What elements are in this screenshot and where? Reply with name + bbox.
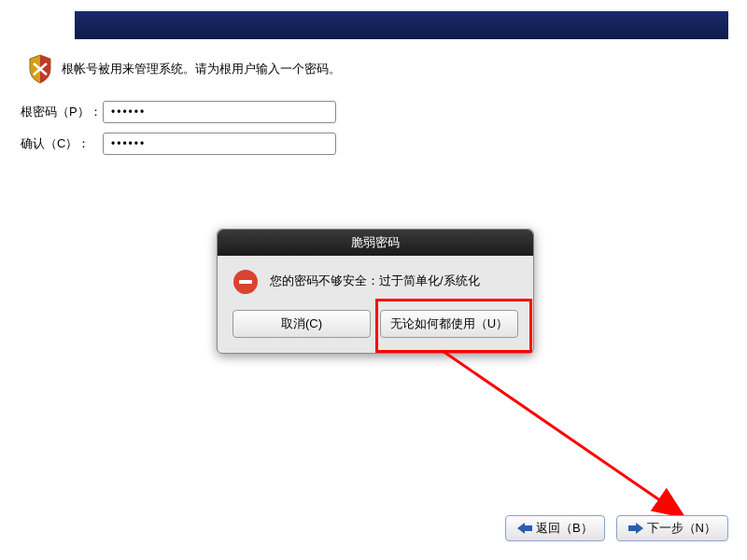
arrow-right-icon: [628, 522, 643, 535]
footer-buttons: 返回（B） 下一步（N）: [505, 515, 728, 541]
dialog-body: 您的密码不够安全：过于简单化/系统化: [218, 256, 533, 304]
header-banner: [75, 11, 728, 39]
confirm-input[interactable]: [103, 133, 336, 155]
svg-rect-1: [239, 280, 252, 284]
instruction-text: 根帐号被用来管理系统。请为根用户输入一个密码。: [62, 61, 341, 77]
password-row: 根密码（P）：: [19, 101, 336, 123]
svg-marker-4: [517, 523, 532, 534]
dialog-title: 脆弱密码: [218, 230, 533, 256]
cancel-button[interactable]: 取消(C): [233, 310, 371, 338]
use-anyway-button[interactable]: 无论如何都使用（U）: [380, 310, 518, 338]
dialog-buttons: 取消(C) 无论如何都使用（U）: [218, 304, 533, 353]
next-button[interactable]: 下一步（N）: [616, 515, 728, 541]
shield-icon: [28, 54, 52, 84]
instruction-row: 根帐号被用来管理系统。请为根用户输入一个密码。: [28, 54, 341, 84]
dialog-message: 您的密码不够安全：过于简单化/系统化: [270, 269, 480, 289]
error-icon: [233, 269, 259, 295]
next-label: 下一步（N）: [647, 520, 716, 537]
arrow-annotation: [439, 347, 710, 529]
password-input[interactable]: [103, 101, 336, 123]
confirm-label: 确认（C）：: [19, 135, 103, 152]
weak-password-dialog: 脆弱密码 您的密码不够安全：过于简单化/系统化 取消(C) 无论如何都使用（U）: [217, 229, 534, 354]
arrow-left-icon: [517, 522, 532, 535]
password-form: 根密码（P）： 确认（C）：: [19, 101, 336, 164]
password-label: 根密码（P）：: [19, 104, 103, 120]
confirm-row: 确认（C）：: [19, 133, 336, 155]
back-button[interactable]: 返回（B）: [505, 515, 605, 541]
back-label: 返回（B）: [536, 520, 593, 537]
svg-marker-5: [628, 523, 643, 534]
svg-line-3: [443, 351, 682, 515]
